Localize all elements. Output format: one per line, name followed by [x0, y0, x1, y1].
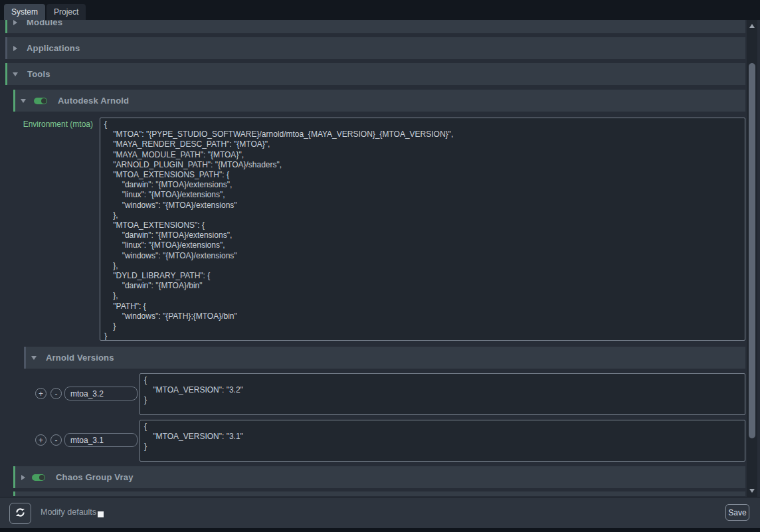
- version-value-editor[interactable]: { "MTOA_VERSION": "3.1" }: [140, 420, 745, 462]
- toggle-knob: [39, 475, 45, 480]
- section-title: Chaos Group Vray: [56, 472, 134, 482]
- scrollbar-thumb[interactable]: [749, 63, 755, 438]
- toggle-knob: [41, 98, 47, 104]
- settings-window: System Project Modules Applications Tool…: [0, 0, 760, 532]
- chevron-down-icon: [13, 72, 18, 76]
- section-header-tools[interactable]: Tools: [5, 63, 745, 85]
- version-value-editor[interactable]: { "MTOA_VERSION": "3.2" }: [140, 373, 745, 415]
- scroll-up-icon[interactable]: [749, 24, 755, 28]
- remove-version-button[interactable]: -: [50, 434, 62, 446]
- add-version-button[interactable]: +: [35, 434, 47, 446]
- section-header-applications[interactable]: Applications: [5, 37, 745, 59]
- section-header-autodesk-arnold[interactable]: Autodesk Arnold: [13, 90, 745, 112]
- remove-version-button[interactable]: -: [50, 388, 62, 399]
- arnold-enabled-toggle[interactable]: [34, 98, 47, 104]
- chevron-down-icon: [31, 356, 37, 360]
- tab-project[interactable]: Project: [47, 4, 86, 20]
- refresh-icon: [15, 507, 26, 520]
- section-header-arnold-versions[interactable]: Arnold Versions: [24, 347, 745, 369]
- section-title: Modules: [27, 20, 62, 27]
- section-title: Autodesk Arnold: [58, 96, 129, 106]
- scroll-down-icon[interactable]: [749, 489, 755, 493]
- modify-defaults-label: Modify defaults: [41, 507, 96, 517]
- chevron-right-icon: [21, 475, 25, 480]
- section-header-modules[interactable]: Modules: [5, 20, 745, 33]
- tab-system[interactable]: System: [4, 4, 45, 20]
- version-key-input[interactable]: [64, 387, 138, 400]
- version-key-input[interactable]: [64, 433, 138, 447]
- window-bottom-edge: [0, 528, 760, 532]
- vertical-scrollbar[interactable]: [747, 20, 757, 497]
- chevron-down-icon: [21, 99, 26, 103]
- add-version-button[interactable]: +: [35, 388, 47, 399]
- modify-defaults-checkbox[interactable]: [98, 511, 104, 517]
- chevron-right-icon: [13, 20, 17, 25]
- section-title: Tools: [27, 69, 50, 79]
- refresh-button[interactable]: [9, 503, 31, 524]
- vray-enabled-toggle[interactable]: [32, 474, 45, 481]
- settings-scroll-area: Modules Applications Tools Aut: [0, 20, 760, 497]
- section-header-partial[interactable]: [13, 491, 745, 496]
- section-header-chaos-group-vray[interactable]: Chaos Group Vray: [13, 466, 745, 488]
- footer-bar: Modify defaults Save: [0, 497, 760, 528]
- environment-mtoa-editor[interactable]: { "MTOA": "{PYPE_STUDIO_SOFTWARE}/arnold…: [100, 118, 745, 341]
- environment-mtoa-label: Environment (mtoa): [0, 120, 93, 129]
- section-title: Arnold Versions: [46, 353, 114, 363]
- save-button[interactable]: Save: [725, 504, 749, 521]
- section-title: Applications: [27, 43, 80, 53]
- chevron-right-icon: [13, 46, 17, 51]
- tab-bar: System Project: [0, 0, 760, 20]
